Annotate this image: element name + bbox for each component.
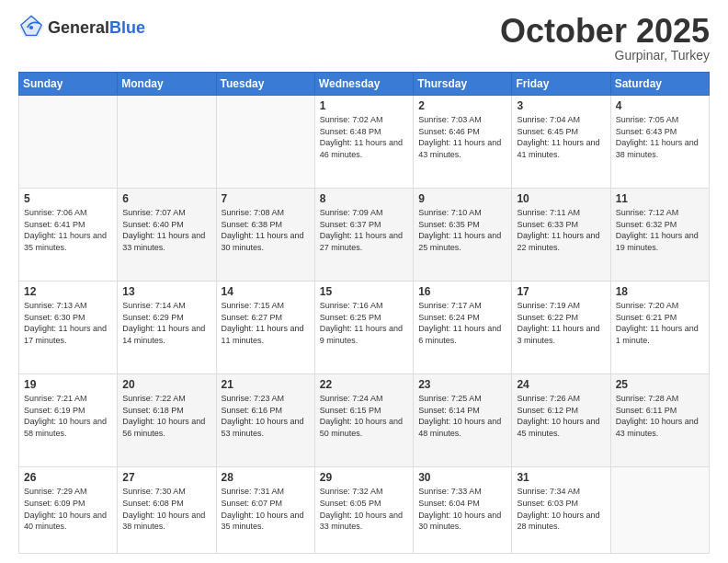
logo-text: GeneralBlue — [48, 19, 145, 36]
day-number: 15 — [320, 285, 408, 298]
day-info: Sunrise: 7:22 AM Sunset: 6:18 PM Dayligh… — [122, 393, 210, 439]
logo-icon — [18, 15, 44, 40]
day-info: Sunrise: 7:20 AM Sunset: 6:21 PM Dayligh… — [616, 300, 704, 346]
day-number: 23 — [418, 378, 506, 391]
table-row: 14Sunrise: 7:15 AM Sunset: 6:27 PM Dayli… — [216, 282, 314, 374]
day-info: Sunrise: 7:24 AM Sunset: 6:15 PM Dayligh… — [320, 393, 408, 439]
table-row — [19, 96, 118, 189]
table-row: 7Sunrise: 7:08 AM Sunset: 6:38 PM Daylig… — [216, 189, 314, 282]
day-number: 26 — [24, 471, 112, 484]
day-number: 29 — [320, 471, 408, 484]
day-number: 20 — [122, 378, 210, 391]
table-row: 19Sunrise: 7:21 AM Sunset: 6:19 PM Dayli… — [19, 374, 118, 467]
table-row: 17Sunrise: 7:19 AM Sunset: 6:22 PM Dayli… — [512, 282, 610, 374]
table-row: 2Sunrise: 7:03 AM Sunset: 6:46 PM Daylig… — [414, 96, 512, 189]
logo-blue: Blue — [109, 18, 145, 37]
day-info: Sunrise: 7:34 AM Sunset: 6:03 PM Dayligh… — [517, 486, 605, 532]
day-info: Sunrise: 7:33 AM Sunset: 6:04 PM Dayligh… — [418, 486, 506, 532]
day-info: Sunrise: 7:13 AM Sunset: 6:30 PM Dayligh… — [24, 300, 112, 346]
day-number: 16 — [418, 285, 506, 298]
table-row: 25Sunrise: 7:28 AM Sunset: 6:11 PM Dayli… — [610, 374, 709, 467]
table-row: 6Sunrise: 7:07 AM Sunset: 6:40 PM Daylig… — [118, 189, 216, 282]
day-info: Sunrise: 7:09 AM Sunset: 6:37 PM Dayligh… — [320, 207, 408, 253]
table-row: 5Sunrise: 7:06 AM Sunset: 6:41 PM Daylig… — [19, 189, 118, 282]
calendar-week-row: 5Sunrise: 7:06 AM Sunset: 6:41 PM Daylig… — [19, 189, 710, 282]
day-number: 21 — [222, 378, 310, 391]
day-number: 1 — [320, 99, 408, 112]
header-thursday: Thursday — [414, 73, 512, 96]
table-row: 15Sunrise: 7:16 AM Sunset: 6:25 PM Dayli… — [314, 282, 413, 374]
day-info: Sunrise: 7:30 AM Sunset: 6:08 PM Dayligh… — [122, 486, 210, 532]
day-number: 5 — [24, 192, 112, 205]
weekday-header-row: Sunday Monday Tuesday Wednesday Thursday… — [19, 73, 710, 96]
table-row — [216, 96, 314, 189]
table-row: 30Sunrise: 7:33 AM Sunset: 6:04 PM Dayli… — [414, 467, 512, 554]
table-row: 1Sunrise: 7:02 AM Sunset: 6:48 PM Daylig… — [314, 96, 413, 189]
table-row: 9Sunrise: 7:10 AM Sunset: 6:35 PM Daylig… — [414, 189, 512, 282]
day-number: 18 — [616, 285, 704, 298]
day-info: Sunrise: 7:05 AM Sunset: 6:43 PM Dayligh… — [616, 114, 704, 160]
day-info: Sunrise: 7:26 AM Sunset: 6:12 PM Dayligh… — [517, 393, 605, 439]
day-info: Sunrise: 7:31 AM Sunset: 6:07 PM Dayligh… — [222, 486, 310, 532]
day-number: 4 — [616, 99, 704, 112]
table-row: 27Sunrise: 7:30 AM Sunset: 6:08 PM Dayli… — [118, 467, 216, 554]
header-monday: Monday — [118, 73, 216, 96]
logo: GeneralBlue — [18, 15, 145, 40]
table-row: 23Sunrise: 7:25 AM Sunset: 6:14 PM Dayli… — [414, 374, 512, 467]
svg-point-2 — [29, 26, 33, 29]
title-area: October 2025 Gurpinar, Turkey — [500, 15, 710, 63]
day-number: 30 — [418, 471, 506, 484]
day-info: Sunrise: 7:29 AM Sunset: 6:09 PM Dayligh… — [24, 486, 112, 532]
day-info: Sunrise: 7:14 AM Sunset: 6:29 PM Dayligh… — [122, 300, 210, 346]
day-info: Sunrise: 7:08 AM Sunset: 6:38 PM Dayligh… — [222, 207, 310, 253]
day-number: 28 — [222, 471, 310, 484]
table-row: 16Sunrise: 7:17 AM Sunset: 6:24 PM Dayli… — [414, 282, 512, 374]
day-info: Sunrise: 7:19 AM Sunset: 6:22 PM Dayligh… — [517, 300, 605, 346]
calendar-week-row: 1Sunrise: 7:02 AM Sunset: 6:48 PM Daylig… — [19, 96, 710, 189]
calendar-week-row: 26Sunrise: 7:29 AM Sunset: 6:09 PM Dayli… — [19, 467, 710, 554]
table-row: 28Sunrise: 7:31 AM Sunset: 6:07 PM Dayli… — [216, 467, 314, 554]
table-row: 24Sunrise: 7:26 AM Sunset: 6:12 PM Dayli… — [512, 374, 610, 467]
day-number: 3 — [517, 99, 605, 112]
day-number: 2 — [418, 99, 506, 112]
day-number: 7 — [222, 192, 310, 205]
day-info: Sunrise: 7:12 AM Sunset: 6:32 PM Dayligh… — [616, 207, 704, 253]
day-info: Sunrise: 7:03 AM Sunset: 6:46 PM Dayligh… — [418, 114, 506, 160]
calendar-week-row: 12Sunrise: 7:13 AM Sunset: 6:30 PM Dayli… — [19, 282, 710, 374]
page: GeneralBlue October 2025 Gurpinar, Turke… — [0, 0, 728, 563]
table-row: 21Sunrise: 7:23 AM Sunset: 6:16 PM Dayli… — [216, 374, 314, 467]
day-number: 8 — [320, 192, 408, 205]
logo-general: General — [48, 18, 109, 37]
day-info: Sunrise: 7:32 AM Sunset: 6:05 PM Dayligh… — [320, 486, 408, 532]
table-row: 26Sunrise: 7:29 AM Sunset: 6:09 PM Dayli… — [19, 467, 118, 554]
header-saturday: Saturday — [610, 73, 709, 96]
calendar-week-row: 19Sunrise: 7:21 AM Sunset: 6:19 PM Dayli… — [19, 374, 710, 467]
day-info: Sunrise: 7:28 AM Sunset: 6:11 PM Dayligh… — [616, 393, 704, 439]
day-number: 10 — [517, 192, 605, 205]
table-row: 3Sunrise: 7:04 AM Sunset: 6:45 PM Daylig… — [512, 96, 610, 189]
month-title: October 2025 — [500, 15, 710, 48]
header: GeneralBlue October 2025 Gurpinar, Turke… — [18, 15, 710, 63]
day-number: 31 — [517, 471, 605, 484]
table-row: 20Sunrise: 7:22 AM Sunset: 6:18 PM Dayli… — [118, 374, 216, 467]
day-info: Sunrise: 7:11 AM Sunset: 6:33 PM Dayligh… — [517, 207, 605, 253]
day-number: 17 — [517, 285, 605, 298]
calendar-table: Sunday Monday Tuesday Wednesday Thursday… — [18, 72, 710, 554]
day-info: Sunrise: 7:02 AM Sunset: 6:48 PM Dayligh… — [320, 114, 408, 160]
day-number: 24 — [517, 378, 605, 391]
day-number: 9 — [418, 192, 506, 205]
table-row: 10Sunrise: 7:11 AM Sunset: 6:33 PM Dayli… — [512, 189, 610, 282]
day-number: 25 — [616, 378, 704, 391]
table-row: 29Sunrise: 7:32 AM Sunset: 6:05 PM Dayli… — [314, 467, 413, 554]
table-row: 11Sunrise: 7:12 AM Sunset: 6:32 PM Dayli… — [610, 189, 709, 282]
table-row: 31Sunrise: 7:34 AM Sunset: 6:03 PM Dayli… — [512, 467, 610, 554]
table-row — [610, 467, 709, 554]
day-info: Sunrise: 7:25 AM Sunset: 6:14 PM Dayligh… — [418, 393, 506, 439]
day-info: Sunrise: 7:16 AM Sunset: 6:25 PM Dayligh… — [320, 300, 408, 346]
day-info: Sunrise: 7:17 AM Sunset: 6:24 PM Dayligh… — [418, 300, 506, 346]
table-row: 18Sunrise: 7:20 AM Sunset: 6:21 PM Dayli… — [610, 282, 709, 374]
day-info: Sunrise: 7:06 AM Sunset: 6:41 PM Dayligh… — [24, 207, 112, 253]
day-number: 27 — [122, 471, 210, 484]
day-number: 11 — [616, 192, 704, 205]
table-row — [118, 96, 216, 189]
